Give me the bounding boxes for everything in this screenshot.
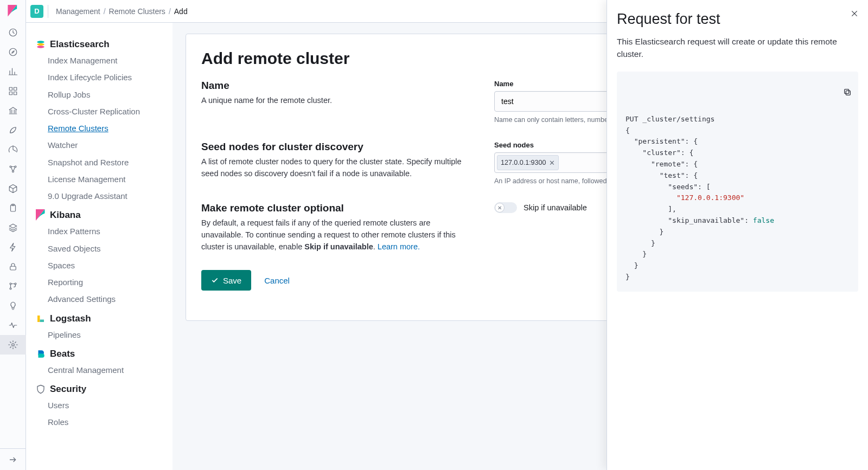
skip-unavailable-switch[interactable]: ✕ <box>494 202 517 213</box>
svg-point-2 <box>9 48 17 56</box>
sidenav-item-9-0-upgrade-assistant[interactable]: 9.0 Upgrade Assistant <box>33 188 173 204</box>
security-icon <box>36 384 46 394</box>
sidenav-item-spaces[interactable]: Spaces <box>33 257 173 274</box>
rail-gear-icon[interactable] <box>0 335 26 355</box>
rail-graph-icon[interactable] <box>0 159 26 179</box>
rail-bar-chart-icon[interactable] <box>0 62 26 81</box>
sidenav-section-elasticsearch: Elasticsearch <box>33 37 173 52</box>
sidenav-item-license-management[interactable]: License Management <box>33 171 173 188</box>
svg-point-20 <box>37 46 44 48</box>
copy-icon <box>843 88 852 96</box>
sidenav-item-index-patterns[interactable]: Index Patterns <box>33 223 173 240</box>
breadcrumb-sep-icon: / <box>169 7 171 16</box>
svg-rect-13 <box>10 266 16 270</box>
switch-label: Skip if unavailable <box>524 203 587 212</box>
learn-more-link[interactable]: Learn more. <box>378 242 420 251</box>
breadcrumb-sep-icon: / <box>104 7 106 16</box>
rail-branch-icon[interactable] <box>0 276 26 296</box>
sidenav-section-logstash: Logstash <box>33 311 173 326</box>
section-title-text: Security <box>50 384 86 395</box>
svg-marker-3 <box>12 51 15 54</box>
management-sidenav: ElasticsearchIndex ManagementIndex Lifec… <box>26 23 173 470</box>
sidenav-item-reporting[interactable]: Reporting <box>33 274 173 291</box>
save-button[interactable]: Save <box>201 270 251 291</box>
sidenav-item-index-management[interactable]: Index Management <box>33 52 173 69</box>
breadcrumb-parent[interactable]: Remote Clusters <box>109 7 165 16</box>
rail-clipboard-icon[interactable] <box>0 198 26 218</box>
topbar-divider <box>48 5 48 18</box>
sidenav-section-security: Security <box>33 382 173 397</box>
section-title-text: Elasticsearch <box>50 39 110 50</box>
svg-point-18 <box>37 41 44 43</box>
rail-leaf-icon[interactable] <box>0 120 26 140</box>
pill-text: 127.0.0.1:9300 <box>501 159 546 166</box>
sidenav-item-advanced-settings[interactable]: Advanced Settings <box>33 291 173 307</box>
svg-rect-7 <box>14 92 17 95</box>
rail-collapse-button[interactable] <box>0 448 26 470</box>
rail-grid-icon[interactable] <box>0 81 26 101</box>
svg-point-19 <box>37 43 44 46</box>
svg-point-17 <box>12 344 15 346</box>
request-flyout: Request for test This Elasticsearch requ… <box>607 0 868 470</box>
sidenav-item-users[interactable]: Users <box>33 397 173 414</box>
rail-heartbeat-icon[interactable] <box>0 316 26 335</box>
switch-thumb-off-icon: ✕ <box>495 203 505 213</box>
optional-help-bold: Skip if unavailable <box>304 242 373 251</box>
section-title-text: Beats <box>50 349 75 359</box>
name-heading: Name <box>201 80 473 92</box>
rail-layers-icon[interactable] <box>0 218 26 237</box>
elasticsearch-icon <box>36 40 46 49</box>
svg-rect-5 <box>14 87 17 90</box>
space-selector[interactable]: D <box>30 5 43 18</box>
code-content[interactable]: PUT _cluster/settings { "persistent": { … <box>626 114 850 283</box>
sidenav-section-beats: Beats <box>33 346 173 362</box>
kibana-icon <box>36 210 46 220</box>
sidenav-item-roles[interactable]: Roles <box>33 414 173 430</box>
rail-package-icon[interactable] <box>0 179 26 198</box>
sidenav-item-central-management[interactable]: Central Management <box>33 362 173 378</box>
section-title-text: Kibana <box>50 210 81 221</box>
flyout-close-button[interactable] <box>851 10 858 19</box>
svg-rect-23 <box>40 319 44 322</box>
save-button-label: Save <box>223 276 241 285</box>
optional-help-after: . <box>373 242 378 251</box>
svg-rect-25 <box>845 89 849 94</box>
close-icon <box>851 10 858 17</box>
breadcrumb-root[interactable]: Management <box>56 7 100 16</box>
seed-pill: 127.0.0.1:9300✕ <box>497 155 559 170</box>
rail-bolt-icon[interactable] <box>0 237 26 257</box>
sidenav-item-watcher[interactable]: Watcher <box>33 137 173 153</box>
rail-radar-icon[interactable] <box>0 140 26 159</box>
optional-heading: Make remote cluster optional <box>201 202 473 214</box>
sidenav-item-pipelines[interactable]: Pipelines <box>33 326 173 343</box>
sidenav-item-cross-cluster-replication[interactable]: Cross-Cluster Replication <box>33 103 173 120</box>
rail-compass-icon[interactable] <box>0 42 26 62</box>
flyout-title: Request for test <box>617 11 858 28</box>
svg-rect-22 <box>37 316 40 322</box>
breadcrumb-current: Add <box>174 7 188 16</box>
rail-lock-icon[interactable] <box>0 257 26 276</box>
optional-help: By default, a request fails if any of th… <box>201 217 473 253</box>
seed-heading: Seed nodes for cluster discovery <box>201 141 473 153</box>
name-help: A unique name for the remote cluster. <box>201 95 473 107</box>
request-code-block: PUT _cluster/settings { "persistent": { … <box>617 72 858 292</box>
sidenav-item-snapshot-and-restore[interactable]: Snapshot and Restore <box>33 154 173 171</box>
copy-button[interactable] <box>818 77 852 112</box>
rail-bulb-icon[interactable] <box>0 296 26 316</box>
sidenav-item-saved-objects[interactable]: Saved Objects <box>33 240 173 257</box>
sidenav-item-remote-clusters[interactable]: Remote Clusters <box>33 120 173 137</box>
svg-rect-24 <box>846 91 850 95</box>
beats-icon <box>36 349 46 359</box>
sidenav-item-index-lifecycle-policies[interactable]: Index Lifecycle Policies <box>33 69 173 86</box>
rail-bank-icon[interactable] <box>0 101 26 120</box>
cancel-button[interactable]: Cancel <box>264 276 290 285</box>
left-rail <box>0 0 26 470</box>
section-title-text: Logstash <box>50 313 91 324</box>
flyout-description: This Elasticsearch request will create o… <box>617 35 858 61</box>
kibana-logo[interactable] <box>0 0 26 23</box>
svg-rect-6 <box>9 92 12 95</box>
sidenav-item-rollup-jobs[interactable]: Rollup Jobs <box>33 86 173 103</box>
rail-clock-icon[interactable] <box>0 23 26 42</box>
pill-remove-icon[interactable]: ✕ <box>549 159 555 167</box>
svg-rect-4 <box>9 87 12 90</box>
